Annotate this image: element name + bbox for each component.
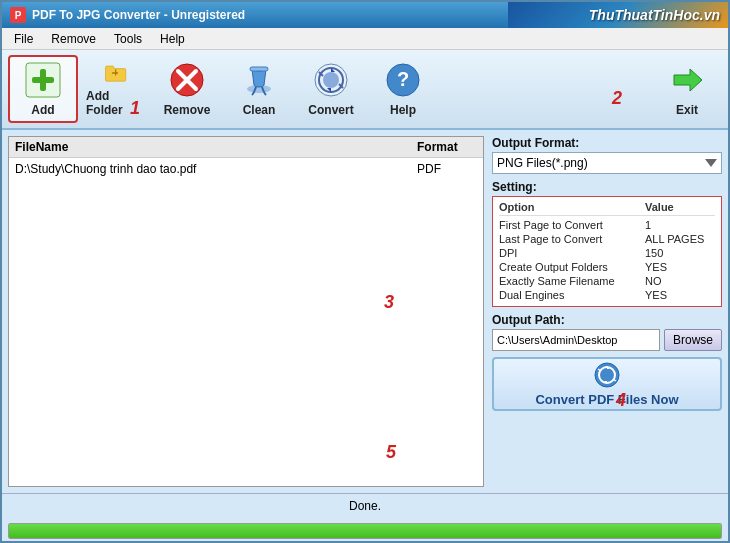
setting-row-4: Create Output Folders YES <box>499 260 715 274</box>
logo-text: ThuThuatTinHoc.vn <box>589 7 720 23</box>
setting-value-6: YES <box>645 289 715 301</box>
progress-bar-container <box>8 523 722 539</box>
setting-option-3: DPI <box>499 247 645 259</box>
file-format-cell: PDF <box>417 162 477 176</box>
table-row[interactable]: D:\Study\Chuong trinh dao tao.pdf PDF <box>9 160 483 178</box>
setting-option-6: Dual Engines <box>499 289 645 301</box>
output-format-label: Output Format: <box>492 136 722 150</box>
setting-option-1: First Page to Convert <box>499 219 645 231</box>
convert-icon <box>312 61 350 99</box>
svg-marker-17 <box>674 69 702 91</box>
output-path-input[interactable] <box>492 329 660 351</box>
app-window: P PDF To JPG Converter - Unregistered ─ … <box>0 0 730 543</box>
svg-rect-9 <box>250 67 268 71</box>
value-col-header: Value <box>645 201 715 213</box>
title-bar: P PDF To JPG Converter - Unregistered ─ … <box>2 2 728 28</box>
app-title: PDF To JPG Converter - Unregistered <box>32 8 245 22</box>
add-folder-button-label: Add Folder <box>86 89 144 117</box>
svg-point-12 <box>323 72 339 88</box>
convert-button[interactable]: Convert <box>296 55 366 123</box>
add-icon <box>24 61 62 99</box>
filename-col-header: FileName <box>15 140 417 154</box>
svg-text:?: ? <box>397 68 409 90</box>
setting-option-5: Exactly Same Filename <box>499 275 645 287</box>
remove-icon <box>168 61 206 99</box>
menu-help[interactable]: Help <box>152 30 193 48</box>
progress-area <box>2 517 728 543</box>
setting-value-5: NO <box>645 275 715 287</box>
setting-row-6: Dual Engines YES <box>499 288 715 302</box>
folder-icon <box>96 61 134 85</box>
right-panel: Output Format: PNG Files(*.png) JPG File… <box>492 136 722 487</box>
clean-button[interactable]: Clean <box>224 55 294 123</box>
help-icon: ? <box>384 61 422 99</box>
setting-value-2: ALL PAGES <box>645 233 715 245</box>
status-bar: Done. <box>2 493 728 517</box>
help-button[interactable]: ? Help <box>368 55 438 123</box>
help-button-label: Help <box>390 103 416 117</box>
remove-button-label: Remove <box>164 103 211 117</box>
output-path-section: Output Path: Browse <box>492 313 722 351</box>
output-format-select[interactable]: PNG Files(*.png) JPG Files(*.jpg) BMP Fi… <box>492 152 722 174</box>
file-list-header: FileName Format <box>9 137 483 158</box>
add-folder-button[interactable]: Add Folder <box>80 55 150 123</box>
add-button-label: Add <box>31 103 54 117</box>
clean-button-label: Clean <box>243 103 276 117</box>
settings-label: Setting: <box>492 180 722 194</box>
status-text: Done. <box>349 499 381 513</box>
output-path-label: Output Path: <box>492 313 722 327</box>
menu-file[interactable]: File <box>6 30 41 48</box>
clean-icon <box>240 61 278 99</box>
svg-rect-4 <box>115 69 116 75</box>
settings-box: Option Value First Page to Convert 1 Las… <box>492 196 722 307</box>
setting-value-4: YES <box>645 261 715 273</box>
format-col-header: Format <box>417 140 477 154</box>
exit-button[interactable]: Exit <box>652 55 722 123</box>
main-content: FileName Format D:\Study\Chuong trinh da… <box>2 130 728 493</box>
toolbar: Add Add Folder Remove <box>2 50 728 130</box>
progress-bar-fill <box>9 524 721 538</box>
setting-value-1: 1 <box>645 219 715 231</box>
settings-header: Option Value <box>499 201 715 216</box>
svg-rect-2 <box>32 77 54 83</box>
setting-row-2: Last Page to Convert ALL PAGES <box>499 232 715 246</box>
browse-button[interactable]: Browse <box>664 329 722 351</box>
title-bar-left: P PDF To JPG Converter - Unregistered <box>10 7 245 23</box>
file-panel: FileName Format D:\Study\Chuong trinh da… <box>8 136 484 487</box>
setting-option-4: Create Output Folders <box>499 261 645 273</box>
exit-icon <box>668 61 706 99</box>
setting-option-2: Last Page to Convert <box>499 233 645 245</box>
menu-tools[interactable]: Tools <box>106 30 150 48</box>
convert-btn-label: Convert PDF Files Now <box>535 392 678 407</box>
output-format-section: Output Format: PNG Files(*.png) JPG File… <box>492 136 722 174</box>
logo-area: ThuThuatTinHoc.vn <box>508 2 728 28</box>
add-button[interactable]: Add <box>8 55 78 123</box>
menu-remove[interactable]: Remove <box>43 30 104 48</box>
convert-button-label: Convert <box>308 103 353 117</box>
file-list-body: D:\Study\Chuong trinh dao tao.pdf PDF <box>9 158 483 486</box>
app-icon: P <box>10 7 26 23</box>
option-col-header: Option <box>499 201 645 213</box>
remove-button[interactable]: Remove <box>152 55 222 123</box>
setting-value-3: 150 <box>645 247 715 259</box>
menu-bar: File Remove Tools Help <box>2 28 728 50</box>
file-name-cell: D:\Study\Chuong trinh dao tao.pdf <box>15 162 417 176</box>
output-path-row: Browse <box>492 329 722 351</box>
settings-section: Setting: Option Value First Page to Conv… <box>492 180 722 307</box>
setting-row-5: Exactly Same Filename NO <box>499 274 715 288</box>
convert-pdf-button[interactable]: Convert PDF Files Now <box>492 357 722 411</box>
setting-row-1: First Page to Convert 1 <box>499 218 715 232</box>
exit-button-label: Exit <box>676 103 698 117</box>
setting-row-3: DPI 150 <box>499 246 715 260</box>
convert-btn-icon <box>593 361 621 389</box>
